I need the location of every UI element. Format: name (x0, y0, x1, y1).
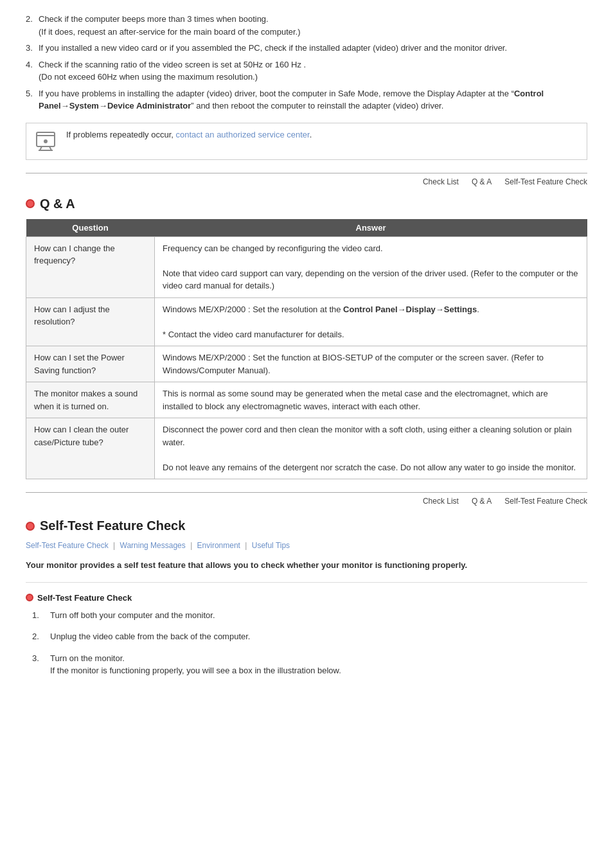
step-num-3: 3. (32, 652, 50, 677)
qa-row-2: How can I adjust the resolution? Windows… (26, 297, 587, 346)
qa-question-2: How can I adjust the resolution? (26, 297, 155, 346)
nav-bar-1: Check List Q & A Self-Test Feature Check (26, 173, 587, 186)
nav-bar-2: Check List Q & A Self-Test Feature Check (26, 492, 587, 506)
qa-row-5: How can I clean the outer case/Picture t… (26, 418, 587, 479)
notice-link[interactable]: contact an authorized service center (176, 130, 310, 139)
selftest-sub-heading: Self-Test Feature Check (37, 593, 132, 603)
selftest-bullet (26, 522, 35, 531)
selftest-link-selftest[interactable]: Self-Test Feature Check (26, 541, 109, 550)
selftest-sub-bullet (26, 594, 33, 601)
list-sub: (If it does, request an after-service fo… (39, 27, 301, 37)
qa-row-1: How can I change the frequency? Frequenc… (26, 236, 587, 297)
qa-answer-3: Windows ME/XP/2000 : Set the function at… (155, 346, 587, 382)
qa-row-3: How can I set the Power Saving function?… (26, 346, 587, 382)
qa-col-answer: Answer (155, 219, 587, 237)
notice-icon (35, 130, 58, 153)
nav2-selftest[interactable]: Self-Test Feature Check (504, 497, 587, 506)
step-3: 3. Turn on the monitor. If the monitor i… (32, 652, 587, 677)
step-content-1: Turn off both your computer and the moni… (50, 609, 587, 622)
step-1: 1. Turn off both your computer and the m… (32, 609, 587, 622)
selftest-link-tips[interactable]: Useful Tips (252, 541, 290, 550)
list-content: If you have problems in installing the a… (39, 87, 587, 112)
selftest-sub-title: Self-Test Feature Check (26, 593, 587, 603)
selftest-link-warning[interactable]: Warning Messages (120, 541, 186, 550)
qa-question-4: The monitor makes a sound when it is tur… (26, 382, 155, 418)
list-item-5: 5. If you have problems in installing th… (26, 87, 587, 112)
selftest-links: Self-Test Feature Check | Warning Messag… (26, 541, 587, 550)
list-item-4: 4. Check if the scanning ratio of the vi… (26, 58, 587, 84)
list-num: 3. (26, 42, 39, 55)
nav1-selftest[interactable]: Self-Test Feature Check (504, 177, 587, 186)
nav2-checklist[interactable]: Check List (423, 497, 459, 506)
list-content: Check if the computer beeps more than 3 … (39, 13, 587, 38)
step-content-3: Turn on the monitor. If the monitor is f… (50, 652, 587, 677)
selftest-steps: 1. Turn off both your computer and the m… (32, 609, 587, 677)
step-2: 2. Unplug the video cable from the back … (32, 630, 587, 643)
selftest-divider (26, 582, 587, 590)
link-sep-3: | (245, 541, 249, 550)
list-content: Check if the scanning ratio of the video… (39, 58, 587, 84)
nav1-checklist[interactable]: Check List (423, 177, 459, 186)
qa-table: Question Answer How can I change the fre… (26, 219, 587, 480)
list-num: 4. (26, 58, 39, 84)
selftest-link-environment[interactable]: Environment (197, 541, 240, 550)
nav1-qa[interactable]: Q & A (472, 177, 492, 186)
step-num-1: 1. (32, 609, 50, 622)
link-sep-2: | (190, 541, 194, 550)
selftest-intro: Your monitor provides a self test featur… (26, 559, 587, 572)
notice-box: If problems repeatedly occur, contact an… (26, 123, 587, 160)
step-sub-3: If the monitor is functioning properly, … (50, 666, 341, 675)
qa-answer-1: Frequency can be changed by reconfigurin… (155, 236, 587, 297)
list-sub: (Do not exceed 60Hz when using the maxim… (39, 72, 258, 82)
qa-row-4: The monitor makes a sound when it is tur… (26, 382, 587, 418)
step-num-2: 2. (32, 630, 50, 643)
bold-cp: Control Panel→Display→Settings (343, 305, 477, 314)
qa-question-5: How can I clean the outer case/Picture t… (26, 418, 155, 479)
qa-section-title: Q & A (26, 197, 587, 211)
qa-answer-4: This is normal as some sound may be gene… (155, 382, 587, 418)
top-numbered-list: 2. Check if the computer beeps more than… (26, 13, 587, 112)
qa-col-question: Question (26, 219, 155, 237)
list-num: 2. (26, 13, 39, 38)
self-test-section-title: Self-Test Feature Check (26, 518, 587, 533)
list-content: If you installed a new video card or if … (39, 42, 587, 55)
qa-question-1: How can I change the frequency? (26, 236, 155, 297)
bold-text: Control Panel→System→Device Administrato… (39, 89, 544, 111)
self-test-section: Self-Test Feature Check Self-Test Featur… (26, 518, 587, 677)
svg-point-5 (44, 139, 48, 143)
step-content-2: Unplug the video cable from the back of … (50, 630, 587, 643)
selftest-heading: Self-Test Feature Check (40, 518, 185, 533)
list-item-3: 3. If you installed a new video card or … (26, 42, 587, 55)
qa-heading: Q & A (40, 197, 75, 211)
qa-answer-2: Windows ME/XP/2000 : Set the resolution … (155, 297, 587, 346)
link-sep-1: | (113, 541, 117, 550)
qa-question-3: How can I set the Power Saving function? (26, 346, 155, 382)
nav2-qa[interactable]: Q & A (472, 497, 492, 506)
qa-answer-5: Disconnect the power cord and then clean… (155, 418, 587, 479)
list-item-2: 2. Check if the computer beeps more than… (26, 13, 587, 38)
list-num: 5. (26, 87, 39, 112)
notice-text: If problems repeatedly occur, contact an… (66, 130, 312, 139)
qa-bullet (26, 199, 35, 208)
